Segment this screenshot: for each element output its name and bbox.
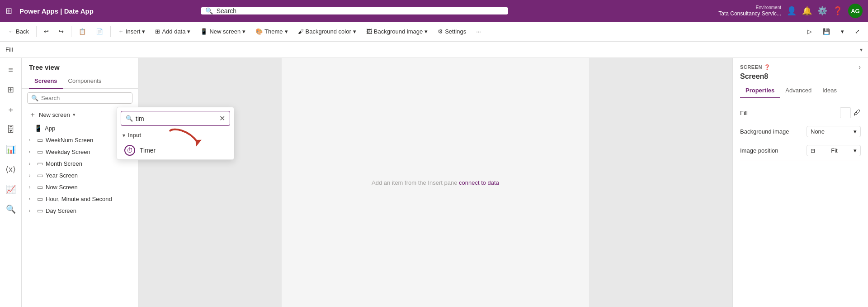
new-screen-icon: 📱 (200, 28, 208, 35)
right-panel-header: SCREEN ❓ › (733, 58, 868, 72)
env-info: Environment Tata Consultancy Servic... (718, 5, 781, 18)
screen-name: Screen8 (733, 72, 868, 84)
preview-button[interactable]: ▷ (803, 26, 816, 37)
tree-search-bar[interactable]: 🔍 (27, 92, 132, 104)
app-item-icon: 📱 (34, 125, 42, 132)
dropdown-item-timer[interactable]: ⏱ Timer (117, 141, 234, 159)
dropdown-category-input: ▾ Input (117, 130, 234, 141)
sidebar-icon-search[interactable]: 🔍 (3, 201, 19, 217)
right-tab-properties[interactable]: Properties (740, 84, 780, 98)
sidebar-icon-layers[interactable]: ⊞ (3, 82, 19, 98)
theme-chevron-icon: ▾ (285, 28, 288, 35)
tree-item-year[interactable]: › ▭ Year Screen (22, 169, 138, 181)
settings-toolbar-button[interactable]: ⚙ Settings (433, 26, 471, 37)
screen-icon-hour: ▭ (37, 195, 43, 202)
bg-color-chevron-icon: ▾ (353, 28, 356, 35)
chevron-icon-now: › (29, 185, 34, 190)
fit-icon: ⊟ (811, 148, 815, 154)
global-search-bar[interactable]: 🔍 (201, 7, 508, 14)
bg-color-icon: 🖌 (298, 28, 304, 35)
top-nav-right: Environment Tata Consultancy Servic... 👤… (718, 4, 863, 18)
toolbar: ← Back ↩ ↪ 📋 📄 ＋ Insert ▾ ⊞ Add data ▾ 📱… (0, 22, 868, 42)
sidebar-icon-home[interactable]: ≡ (3, 62, 19, 78)
sidebar-icon-analytics[interactable]: 📈 (3, 181, 19, 197)
paste-button[interactable]: 📄 (91, 26, 108, 37)
insert-search-clear-icon[interactable]: ✕ (219, 114, 225, 123)
canvas-area: Add an item from the Insert pane connect… (138, 58, 732, 307)
sidebar-icon-variables[interactable]: ⟨x⟩ (3, 161, 19, 177)
tree-panel: Tree view Screens Components 🔍 ＋ New scr… (22, 58, 138, 307)
new-screen-chevron-icon: ▾ (242, 28, 245, 35)
right-tab-advanced[interactable]: Advanced (780, 84, 817, 98)
toolbar-sep-3 (110, 26, 111, 37)
env-label: Environment (718, 5, 781, 10)
insert-search-icon: 🔍 (126, 115, 133, 122)
theme-button[interactable]: 🎨 Theme ▾ (251, 26, 292, 37)
tree-item-hour[interactable]: › ▭ Hour, Minute and Second (22, 193, 138, 205)
global-search-input[interactable] (217, 7, 504, 14)
tree-search-input[interactable] (41, 95, 128, 101)
add-data-button[interactable]: ⊞ Add data ▾ (151, 26, 195, 37)
screen-help-icon[interactable]: ❓ (764, 64, 771, 70)
right-panel-expand-icon[interactable]: › (859, 63, 861, 71)
insert-search-input[interactable] (136, 115, 217, 122)
plus-icon: ＋ (118, 28, 124, 36)
tree-item-day[interactable]: › ▭ Day Screen (22, 205, 138, 216)
back-icon: ← (8, 28, 14, 35)
bell-icon[interactable]: 🔔 (802, 6, 812, 16)
tab-screens[interactable]: Screens (29, 75, 63, 89)
insert-button[interactable]: ＋ Insert ▾ (113, 26, 150, 38)
waffle-icon[interactable]: ⊞ (5, 6, 12, 16)
sidebar-icon-insert[interactable]: ＋ (3, 101, 19, 118)
toolbar-sep-1 (36, 26, 37, 37)
avatar[interactable]: AG (848, 4, 863, 18)
tree-item-now[interactable]: › ▭ Now Screen (22, 181, 138, 193)
back-button[interactable]: ← Back (4, 26, 33, 37)
more-button[interactable]: ··· (472, 26, 486, 37)
add-data-chevron-icon: ▾ (187, 28, 190, 35)
fill-value: 🖊 (840, 107, 861, 118)
help-icon[interactable]: ❓ (833, 6, 843, 16)
undo-button[interactable]: ↩ (39, 26, 53, 37)
sidebar-icon-data[interactable]: 🗄 (3, 121, 19, 138)
chevron-icon-day: › (29, 208, 34, 213)
chevron-icon-year: › (29, 173, 34, 178)
image-position-select[interactable]: ⊟ Fit ▾ (807, 145, 861, 156)
bg-image-chevron-icon: ▾ (425, 28, 428, 35)
publish-chevron-button[interactable]: ▾ (836, 26, 849, 37)
chevron-icon-month: › (29, 161, 34, 166)
new-screen-tree-chevron-icon: ▾ (73, 112, 75, 118)
connect-to-data-link[interactable]: connect to data (459, 179, 499, 186)
settings-icon[interactable]: ⚙️ (817, 6, 827, 16)
new-screen-button[interactable]: 📱 New screen ▾ (196, 26, 250, 37)
formula-bar: Fill ▾ (0, 42, 868, 58)
right-panel-content: Fill 🖊 Background image None ▾ Image pos… (733, 98, 868, 307)
copy-button[interactable]: 📋 (74, 26, 90, 37)
bg-image-icon: 🖼 (366, 28, 372, 35)
search-icon: 🔍 (205, 7, 213, 14)
right-tab-ideas[interactable]: Ideas (817, 84, 842, 98)
tab-components[interactable]: Components (63, 75, 107, 89)
screen-icon-weeknum: ▭ (37, 136, 43, 144)
person-icon[interactable]: 👤 (787, 6, 797, 16)
sidebar-icon-media[interactable]: 📊 (3, 141, 19, 158)
prop-row-image-position: Image position ⊟ Fit ▾ (740, 141, 861, 160)
image-position-chevron-icon: ▾ (854, 147, 857, 154)
background-color-button[interactable]: 🖌 Background color ▾ (293, 26, 361, 37)
fill-color-icon[interactable]: 🖊 (854, 109, 861, 117)
right-panel-tabs: Properties Advanced Ideas (733, 84, 868, 98)
expand-button[interactable]: ⤢ (850, 26, 864, 37)
env-name: Tata Consultancy Servic... (718, 10, 781, 18)
formula-chevron-icon[interactable]: ▾ (860, 47, 863, 53)
insert-search-bar[interactable]: 🔍 ✕ (121, 111, 230, 126)
toolbar-sep-2 (71, 26, 71, 37)
fill-color-swatch[interactable] (840, 107, 851, 118)
chevron-icon-weeknum: › (29, 138, 34, 143)
formula-input[interactable] (27, 46, 856, 53)
save-button[interactable]: 💾 (818, 26, 835, 37)
background-image-button[interactable]: 🖼 Background image ▾ (362, 26, 432, 37)
redo-button[interactable]: ↪ (54, 26, 68, 37)
new-screen-plus-icon: ＋ (29, 110, 36, 120)
background-image-label: Background image (740, 128, 789, 135)
background-image-select[interactable]: None ▾ (807, 126, 861, 137)
